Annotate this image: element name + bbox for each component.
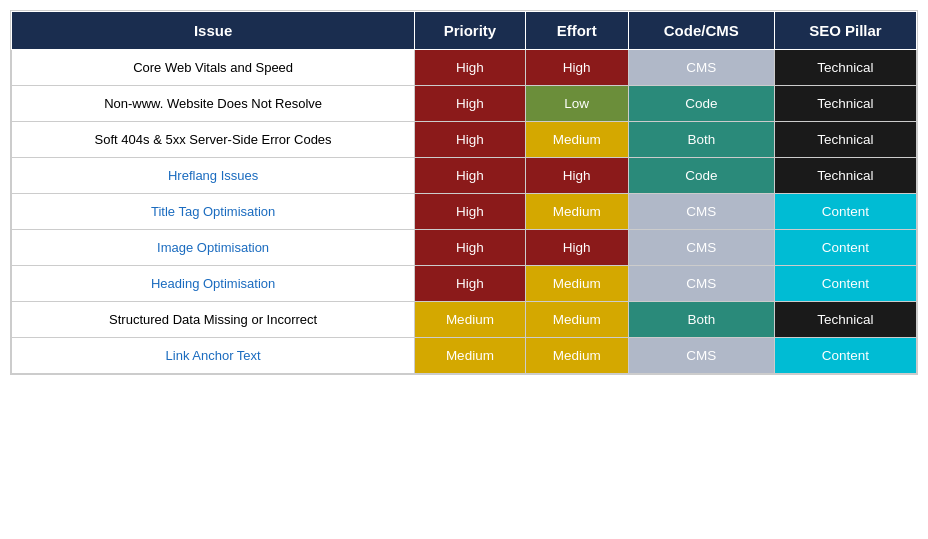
seo-pillar-cell: Content xyxy=(774,266,916,302)
priority-cell: High xyxy=(415,122,525,158)
seo-pillar-cell: Content xyxy=(774,194,916,230)
effort-cell: Medium xyxy=(525,338,628,374)
priority-cell: High xyxy=(415,158,525,194)
table-row: Hreflang IssuesHighHighCodeTechnical xyxy=(12,158,917,194)
col-issue: Issue xyxy=(12,12,415,50)
code-cms-cell: Both xyxy=(628,122,774,158)
code-cms-cell: CMS xyxy=(628,338,774,374)
seo-pillar-cell: Technical xyxy=(774,50,916,86)
seo-pillar-cell: Technical xyxy=(774,302,916,338)
code-cms-cell: CMS xyxy=(628,194,774,230)
issue-cell: Hreflang Issues xyxy=(12,158,415,194)
effort-cell: High xyxy=(525,230,628,266)
col-effort: Effort xyxy=(525,12,628,50)
priority-cell: High xyxy=(415,266,525,302)
priority-cell: High xyxy=(415,230,525,266)
code-cms-cell: Code xyxy=(628,86,774,122)
effort-cell: High xyxy=(525,50,628,86)
seo-table: Issue Priority Effort Code/CMS SEO Pilla… xyxy=(10,10,918,375)
code-cms-cell: CMS xyxy=(628,50,774,86)
code-cms-cell: Both xyxy=(628,302,774,338)
issue-cell: Link Anchor Text xyxy=(12,338,415,374)
col-code-cms: Code/CMS xyxy=(628,12,774,50)
issue-cell: Image Optimisation xyxy=(12,230,415,266)
code-cms-cell: CMS xyxy=(628,266,774,302)
table-row: Non-www. Website Does Not ResolveHighLow… xyxy=(12,86,917,122)
table-row: Structured Data Missing or IncorrectMedi… xyxy=(12,302,917,338)
seo-pillar-cell: Technical xyxy=(774,86,916,122)
seo-pillar-cell: Technical xyxy=(774,158,916,194)
effort-cell: Medium xyxy=(525,302,628,338)
priority-cell: High xyxy=(415,194,525,230)
effort-cell: Medium xyxy=(525,194,628,230)
col-seo-pillar: SEO Pillar xyxy=(774,12,916,50)
col-priority: Priority xyxy=(415,12,525,50)
issue-cell: Structured Data Missing or Incorrect xyxy=(12,302,415,338)
issue-cell: Core Web Vitals and Speed xyxy=(12,50,415,86)
table-row: Title Tag OptimisationHighMediumCMSConte… xyxy=(12,194,917,230)
table-row: Link Anchor TextMediumMediumCMSContent xyxy=(12,338,917,374)
priority-cell: Medium xyxy=(415,302,525,338)
table-row: Soft 404s & 5xx Server-Side Error CodesH… xyxy=(12,122,917,158)
effort-cell: Low xyxy=(525,86,628,122)
seo-pillar-cell: Content xyxy=(774,230,916,266)
priority-cell: High xyxy=(415,86,525,122)
table-row: Heading OptimisationHighMediumCMSContent xyxy=(12,266,917,302)
priority-cell: Medium xyxy=(415,338,525,374)
issue-cell: Title Tag Optimisation xyxy=(12,194,415,230)
code-cms-cell: Code xyxy=(628,158,774,194)
seo-pillar-cell: Technical xyxy=(774,122,916,158)
effort-cell: Medium xyxy=(525,122,628,158)
effort-cell: Medium xyxy=(525,266,628,302)
issue-cell: Heading Optimisation xyxy=(12,266,415,302)
code-cms-cell: CMS xyxy=(628,230,774,266)
header-row: Issue Priority Effort Code/CMS SEO Pilla… xyxy=(12,12,917,50)
table-row: Core Web Vitals and SpeedHighHighCMSTech… xyxy=(12,50,917,86)
issue-cell: Non-www. Website Does Not Resolve xyxy=(12,86,415,122)
table-row: Image OptimisationHighHighCMSContent xyxy=(12,230,917,266)
priority-cell: High xyxy=(415,50,525,86)
issue-cell: Soft 404s & 5xx Server-Side Error Codes xyxy=(12,122,415,158)
effort-cell: High xyxy=(525,158,628,194)
seo-pillar-cell: Content xyxy=(774,338,916,374)
